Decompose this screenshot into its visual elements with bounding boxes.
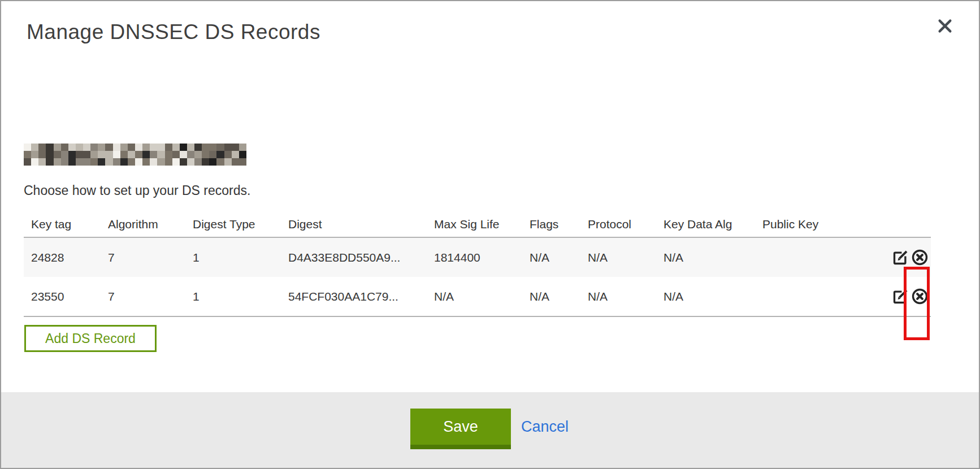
delete-record-icon — [911, 249, 929, 266]
column-header-key-data-alg: Key Data Alg — [664, 218, 762, 231]
row-actions — [891, 277, 929, 316]
edit-record-button[interactable] — [891, 248, 910, 267]
cancel-link[interactable]: Cancel — [521, 418, 569, 436]
cell-digest-type: 1 — [193, 290, 288, 303]
column-header-protocol: Protocol — [588, 218, 664, 231]
cell-max-sig-life: 1814400 — [434, 251, 530, 264]
cell-key-data-alg: N/A — [664, 251, 762, 264]
cell-key-data-alg: N/A — [664, 290, 762, 303]
close-button[interactable] — [936, 15, 959, 37]
domain-name-redacted — [24, 144, 246, 166]
cell-algorithm: 7 — [108, 251, 193, 264]
cell-key-tag: 23550 — [31, 290, 108, 303]
column-header-key-tag: Key tag — [31, 218, 108, 231]
close-icon — [936, 18, 959, 34]
cell-digest-type: 1 — [193, 251, 288, 264]
delete-record-button[interactable] — [910, 287, 929, 306]
table-body: 24828 7 1 D4A33E8DD550A9... 1814400 N/A … — [24, 237, 931, 317]
ds-records-table: Key tag Algorithm Digest Type Digest Max… — [24, 211, 931, 317]
cell-digest: D4A33E8DD550A9... — [288, 251, 434, 264]
edit-record-button[interactable] — [891, 287, 910, 306]
column-header-digest: Digest — [288, 218, 434, 231]
modal-title: Manage DNSSEC DS Records — [27, 20, 320, 44]
cell-digest: 54FCF030AA1C79... — [288, 290, 434, 303]
edit-record-icon — [892, 288, 909, 305]
cell-max-sig-life: N/A — [434, 290, 530, 303]
delete-record-icon — [911, 288, 929, 305]
edit-record-icon — [892, 249, 909, 266]
add-ds-record-button[interactable]: Add DS Record — [24, 325, 157, 352]
column-header-digest-type: Digest Type — [193, 218, 288, 231]
cell-algorithm: 7 — [108, 290, 193, 303]
column-header-max-sig-life: Max Sig Life — [434, 218, 530, 231]
cell-flags: N/A — [530, 251, 588, 264]
cell-protocol: N/A — [588, 251, 664, 264]
save-button[interactable]: Save — [410, 409, 511, 449]
cell-key-tag: 24828 — [31, 251, 108, 264]
manage-dnssec-ds-records-modal: Manage DNSSEC DS Records Choose how to s… — [0, 0, 980, 469]
row-actions — [891, 238, 929, 277]
table-header-row: Key tag Algorithm Digest Type Digest Max… — [24, 211, 931, 237]
delete-record-button[interactable] — [910, 248, 929, 267]
instruction-text: Choose how to set up your DS records. — [24, 183, 250, 198]
modal-footer: Save Cancel — [1, 392, 979, 468]
table-row: 23550 7 1 54FCF030AA1C79... N/A N/A N/A … — [24, 277, 931, 316]
column-header-public-key: Public Key — [762, 218, 931, 231]
table-row: 24828 7 1 D4A33E8DD550A9... 1814400 N/A … — [24, 238, 931, 277]
cell-protocol: N/A — [588, 290, 664, 303]
column-header-flags: Flags — [530, 218, 588, 231]
cell-flags: N/A — [530, 290, 588, 303]
column-header-algorithm: Algorithm — [108, 218, 193, 231]
